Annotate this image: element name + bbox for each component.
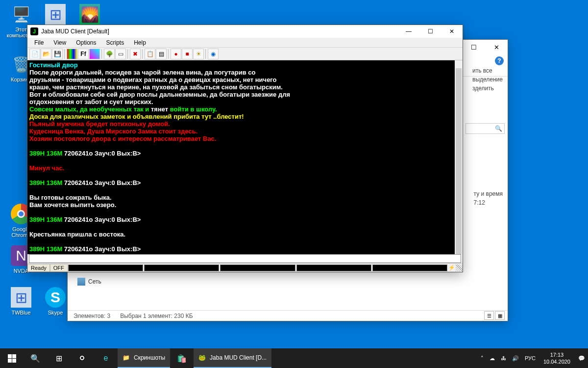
taskbar-task-explorer[interactable]: 📁Скриншоты: [118, 348, 170, 368]
maximize-button[interactable]: ☐: [419, 25, 441, 38]
connection-icon: ⚡: [448, 264, 456, 271]
close-button[interactable]: ✕: [485, 40, 508, 54]
status-gauge: [296, 264, 371, 271]
tray-language[interactable]: РУС: [522, 355, 539, 361]
room-desc: После дороги дальней, посидев за чарой з…: [29, 69, 461, 76]
status-gauge: [372, 264, 447, 271]
term-line: Совсем малых, да необученных так и тянет…: [29, 105, 461, 113]
maximize-button[interactable]: ☐: [463, 40, 485, 54]
status-count: Элементов: 3: [74, 313, 110, 319]
mud-terminal[interactable]: Гостиный двор После дороги дальней, поси…: [27, 60, 463, 254]
status-off: OFF: [50, 264, 68, 272]
prompt: 389H 136M 7206241о Зауч:0 Вых:В>: [29, 216, 461, 223]
tool-settings-icon[interactable]: ◉: [208, 49, 219, 59]
explorer-search[interactable]: 🔍: [466, 123, 505, 134]
mud-input[interactable]: [29, 254, 461, 263]
action-center-button[interactable]: 💬: [575, 355, 588, 362]
explorer-nav-network[interactable]: Сеть: [77, 278, 101, 286]
ribbon-select-group: ить все выделение зделить: [470, 66, 505, 93]
folder-icon: 📁: [122, 354, 130, 361]
tool-log-icon[interactable]: 📋: [145, 49, 155, 59]
resize-grip[interactable]: [456, 264, 463, 271]
cortana-button[interactable]: ⭘: [71, 348, 94, 368]
mud-titlebar[interactable]: J Jaba MUD Client [Default] — ☐ ✕: [27, 25, 463, 38]
ribbon-item[interactable]: выделение: [470, 75, 505, 84]
desktop-icon-label: TWBlue: [4, 310, 38, 315]
term-line: Кудесница Венка, Душа Мирского Замка сто…: [29, 128, 461, 135]
help-icon[interactable]: ?: [495, 56, 504, 65]
menu-options[interactable]: Options: [71, 38, 101, 47]
tray-overflow-button[interactable]: ˄: [478, 355, 487, 362]
term-line: Крестьянка пришла с востока.: [29, 231, 461, 238]
room-desc: отдохновения от забот и сует мирских.: [29, 98, 461, 105]
taskbar-task-mud[interactable]: 🐸Jaba MUD Client [D...: [194, 348, 271, 368]
ribbon-item[interactable]: зделить: [470, 84, 505, 93]
search-button[interactable]: 🔍: [24, 348, 47, 368]
room-desc: друзьями - товарищами о подвигах ратных …: [29, 76, 461, 83]
tray-onedrive-icon[interactable]: ☁: [487, 355, 498, 362]
close-button[interactable]: ✕: [441, 25, 463, 38]
taskview-button[interactable]: ⊞: [47, 348, 71, 368]
tool-font-icon[interactable]: Ff: [78, 49, 89, 59]
room-title: Гостиный двор: [29, 61, 461, 69]
tray-network-icon[interactable]: 🖧: [498, 355, 509, 361]
nav-label: Сеть: [88, 278, 101, 285]
terminal-scrollbar[interactable]: [455, 60, 463, 254]
tool-stop-icon[interactable]: ■: [182, 49, 193, 59]
mud-title: Jaba MUD Client [Default]: [41, 28, 398, 35]
tool-open-icon[interactable]: 📂: [41, 49, 51, 59]
explorer-preview-fragment: ту и время 7:12: [472, 189, 505, 207]
mud-app-icon: J: [30, 27, 38, 35]
edge-button[interactable]: e: [94, 348, 118, 368]
desktop-icon-twblue[interactable]: ⊞TWBlue: [4, 287, 38, 315]
ribbon-item[interactable]: ить все: [470, 66, 505, 75]
term-line: Вам хочется выпить озеро.: [29, 201, 461, 209]
preview-line: 7:12: [472, 198, 505, 207]
tool-save-icon[interactable]: 💾: [52, 49, 63, 59]
tool-palette-icon[interactable]: [89, 49, 100, 59]
tool-window-icon[interactable]: ▭: [115, 49, 126, 59]
status-selection: Выбран 1 элемент: 230 КБ: [120, 313, 193, 319]
status-gauge: [220, 264, 295, 271]
tool-colors-icon[interactable]: [67, 49, 77, 59]
mud-statusbar: Ready OFF ⚡: [27, 263, 463, 272]
view-details-button[interactable]: ☰: [484, 311, 494, 320]
tool-record-icon[interactable]: ●: [171, 49, 181, 59]
tool-new-icon[interactable]: 📄: [29, 49, 40, 59]
store-button[interactable]: 🛍️: [170, 348, 194, 368]
room-desc: Вот и облюбовали себе сей двор послы дал…: [29, 91, 461, 98]
term-line: Вы готовы сожрать быка.: [29, 194, 461, 201]
room-desc: краше, чем растянуться на перине, на пух…: [29, 83, 461, 91]
tool-play-icon[interactable]: ☀: [193, 49, 204, 59]
tray-volume-icon[interactable]: 🔊: [509, 355, 522, 362]
prompt: 389H 136M 7206241о Зауч:0 Вых:В>: [29, 179, 461, 186]
status-gauge: [144, 264, 219, 271]
taskbar: 🔍 ⊞ ⭘ e 📁Скриншоты 🛍️ 🐸Jaba MUD Client […: [0, 348, 588, 368]
menu-file[interactable]: File: [29, 38, 49, 47]
start-button[interactable]: [0, 348, 24, 368]
preview-line: ту и время: [472, 189, 505, 198]
minimize-button[interactable]: —: [398, 25, 419, 38]
tool-dock-icon[interactable]: ▤: [156, 49, 167, 59]
desktop-icon-image[interactable]: 🌄: [73, 4, 107, 26]
clock-date: 10.04.2020: [543, 358, 570, 365]
task-label: Скриншоты: [134, 354, 165, 361]
view-icons-button[interactable]: ▦: [495, 311, 505, 320]
mud-menubar: File View Options Scripts Help: [27, 38, 463, 48]
status-ready: Ready: [27, 264, 50, 272]
term-line: Пьяный мужчина бредет потихоньку домой.: [29, 120, 461, 128]
menu-scripts[interactable]: Scripts: [101, 38, 129, 47]
prompt: 389H 136M 7206241о Зауч:0 Вых:В>: [29, 245, 461, 253]
tool-tree-icon[interactable]: 🌳: [104, 49, 115, 59]
term-line: Доска для различных заметок и объявлений…: [29, 113, 461, 120]
tray-clock[interactable]: 17:13 10.04.2020: [539, 351, 575, 365]
task-label: Jaba MUD Client [D...: [210, 354, 267, 361]
menu-help[interactable]: Help: [129, 38, 151, 47]
status-gauge: [68, 264, 143, 271]
system-tray: ˄ ☁ 🖧 🔊 РУС 17:13 10.04.2020 💬: [478, 351, 588, 365]
mud-window[interactable]: J Jaba MUD Client [Default] — ☐ ✕ File V…: [27, 25, 463, 272]
menu-view[interactable]: View: [49, 38, 71, 47]
mud-task-icon: 🐸: [198, 354, 206, 361]
tool-cancel-icon[interactable]: ✖: [130, 49, 141, 59]
desktop-icon-app[interactable]: ⊞: [38, 4, 73, 26]
